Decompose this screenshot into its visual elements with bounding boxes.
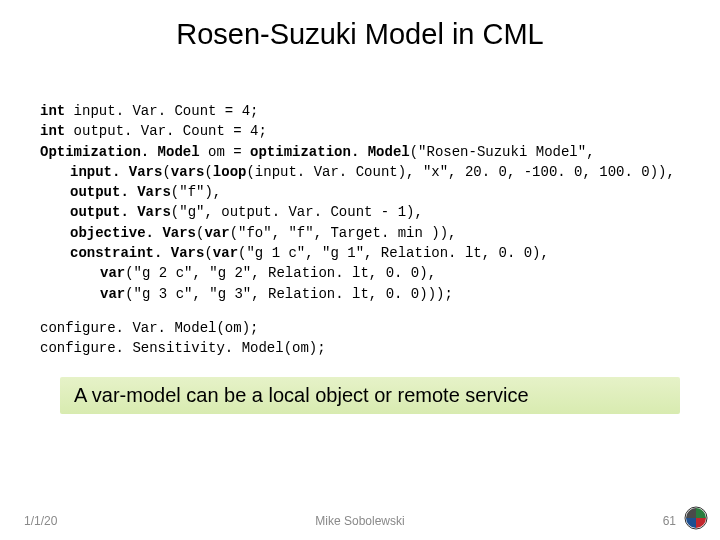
code-line: var("g 2 c", "g 2", Relation. lt, 0. 0), — [40, 263, 690, 283]
keyword: input. Vars — [70, 164, 162, 180]
keyword: Optimization. Model — [40, 144, 200, 160]
code-text: input. Var. Count = 4; — [65, 103, 258, 119]
keyword: var — [100, 265, 125, 281]
footer-author: Mike Sobolewski — [315, 514, 404, 528]
code-line: var("g 3 c", "g 3", Relation. lt, 0. 0))… — [40, 284, 690, 304]
code-text: ("f"), — [171, 184, 221, 200]
keyword: objective. Vars — [70, 225, 196, 241]
keyword: var — [204, 225, 229, 241]
code-text: ("Rosen-Suzuki Model", — [410, 144, 595, 160]
highlight-text: A var-model can be a local object or rem… — [74, 384, 529, 406]
slide-title: Rosen-Suzuki Model in CML — [0, 18, 720, 51]
code-line: int output. Var. Count = 4; — [40, 121, 690, 141]
code-text: ( — [162, 164, 170, 180]
keyword: loop — [213, 164, 247, 180]
code-line: configure. Var. Model(om); — [40, 318, 690, 338]
code-line: output. Vars("g", output. Var. Count - 1… — [40, 202, 690, 222]
code-line: constraint. Vars(var("g 1 c", "g 1", Rel… — [40, 243, 690, 263]
code-text: ("g 2 c", "g 2", Relation. lt, 0. 0), — [125, 265, 436, 281]
code-line: int input. Var. Count = 4; — [40, 101, 690, 121]
keyword: var — [100, 286, 125, 302]
code-text: output. Var. Count = 4; — [65, 123, 267, 139]
code-text: om = — [200, 144, 250, 160]
code-line: configure. Sensitivity. Model(om); — [40, 338, 690, 358]
code-text: ("fo", "f", Target. min )), — [230, 225, 457, 241]
code-text: ( — [204, 245, 212, 261]
code-line: output. Vars("f"), — [40, 182, 690, 202]
code-text: (input. Var. Count), "x", 20. 0, -100. 0… — [246, 164, 674, 180]
footer-date: 1/1/20 — [24, 514, 57, 528]
code-block: int input. Var. Count = 4; int output. V… — [40, 101, 690, 359]
code-text: ("g 1 c", "g 1", Relation. lt, 0. 0), — [238, 245, 549, 261]
keyword: output. Vars — [70, 204, 171, 220]
keyword: output. Vars — [70, 184, 171, 200]
code-line: objective. Vars(var("fo", "f", Target. m… — [40, 223, 690, 243]
keyword: var — [213, 245, 238, 261]
keyword: optimization. Model — [250, 144, 410, 160]
code-line: input. Vars(vars(loop(input. Var. Count)… — [40, 162, 690, 182]
code-text: ( — [204, 164, 212, 180]
keyword: constraint. Vars — [70, 245, 204, 261]
keyword: vars — [171, 164, 205, 180]
keyword: int — [40, 123, 65, 139]
code-line: Optimization. Model om = optimization. M… — [40, 142, 690, 162]
footer-page-number: 61 — [663, 514, 676, 528]
logo-icon — [684, 506, 708, 530]
footer: 1/1/20 Mike Sobolewski 61 — [0, 508, 720, 530]
keyword: int — [40, 103, 65, 119]
highlight-bar: A var-model can be a local object or rem… — [60, 377, 680, 414]
code-line — [40, 304, 690, 318]
code-text: ("g 3 c", "g 3", Relation. lt, 0. 0))); — [125, 286, 453, 302]
code-text: ("g", output. Var. Count - 1), — [171, 204, 423, 220]
